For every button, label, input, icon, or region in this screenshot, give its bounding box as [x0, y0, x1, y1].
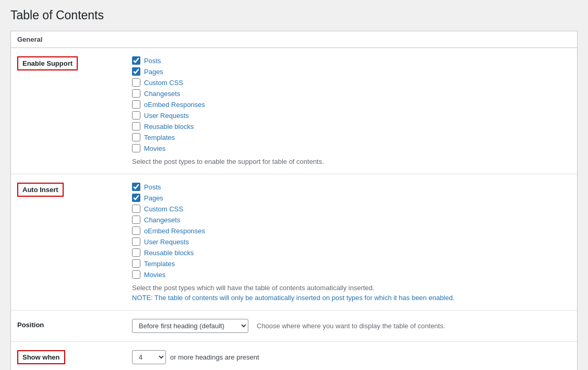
- es_changesets-label: Changesets: [144, 90, 180, 98]
- ai_user_requests-label: User Requests: [144, 238, 189, 246]
- show-when-suffix: or more headings are present: [170, 353, 259, 361]
- list-item: Pages: [132, 194, 571, 202]
- ai_reusable_blocks-label: Reusable blocks: [144, 249, 194, 257]
- auto-insert-value-cell: PostsPagesCustom CSSChangesetsoEmbed Res…: [126, 174, 577, 311]
- list-item: Custom CSS: [132, 205, 571, 213]
- auto-insert-checkbox-list: PostsPagesCustom CSSChangesetsoEmbed Res…: [132, 183, 571, 279]
- enable-support-checkbox-list: PostsPagesCustom CSSChangesetsoEmbed Res…: [132, 56, 571, 152]
- auto-insert-note: NOTE: The table of contents will only be…: [132, 294, 571, 302]
- es_posts-label: Posts: [144, 57, 161, 65]
- list-item: Templates: [132, 133, 571, 141]
- list-item: Movies: [132, 270, 571, 279]
- show-when-control-row: 12345678910 or more headings are present: [132, 350, 571, 364]
- ai_custom_css-label: Custom CSS: [144, 205, 183, 213]
- es_movies-checkbox[interactable]: [132, 144, 140, 152]
- enable-support-label-cell: Enable Support: [11, 48, 126, 174]
- es_changesets-checkbox[interactable]: [132, 89, 140, 98]
- position-control-row: Before first heading (default)After firs…: [132, 319, 571, 333]
- list-item: Pages: [132, 67, 571, 76]
- enable-support-label: Enable Support: [17, 56, 78, 70]
- list-item: Reusable blocks: [132, 122, 571, 130]
- es_oembed-checkbox[interactable]: [132, 100, 140, 109]
- list-item: Custom CSS: [132, 78, 571, 87]
- ai_posts-checkbox[interactable]: [132, 183, 140, 191]
- ai_reusable_blocks-checkbox[interactable]: [132, 248, 140, 257]
- list-item: User Requests: [132, 237, 571, 246]
- ai_custom_css-checkbox[interactable]: [132, 205, 140, 213]
- es_custom_css-label: Custom CSS: [144, 79, 183, 87]
- ai_user_requests-checkbox[interactable]: [132, 237, 140, 246]
- enable-support-row: Enable Support PostsPagesCustom CSSChang…: [11, 48, 577, 174]
- section-header: General: [11, 31, 577, 48]
- ai_changesets-label: Changesets: [144, 216, 180, 224]
- position-value-cell: Before first heading (default)After firs…: [126, 311, 577, 342]
- ai_pages-label: Pages: [144, 194, 163, 202]
- page-wrap: Table of Contents General Enable Support…: [0, 0, 588, 370]
- position-label: Position: [17, 319, 44, 329]
- ai_posts-label: Posts: [144, 183, 161, 191]
- settings-table: Enable Support PostsPagesCustom CSSChang…: [11, 48, 577, 370]
- auto-insert-label-cell: Auto Insert: [11, 174, 126, 311]
- auto-insert-row: Auto Insert PostsPagesCustom CSSChangese…: [11, 174, 577, 311]
- list-item: oEmbed Responses: [132, 100, 571, 109]
- es_reusable_blocks-checkbox[interactable]: [132, 122, 140, 130]
- ai_templates-checkbox[interactable]: [132, 259, 140, 268]
- es_pages-label: Pages: [144, 68, 163, 76]
- position-help: Choose where where you want to display t…: [257, 322, 445, 330]
- list-item: Movies: [132, 144, 571, 152]
- es_oembed-label: oEmbed Responses: [144, 101, 205, 109]
- show-when-label-cell: Show when: [11, 342, 126, 371]
- es_movies-label: Movies: [144, 145, 165, 152]
- ai_movies-checkbox[interactable]: [132, 270, 140, 279]
- show-when-label: Show when: [17, 350, 65, 364]
- show-when-value-cell: 12345678910 or more headings are present: [126, 342, 577, 371]
- position-label-cell: Position: [11, 311, 126, 342]
- ai_templates-label: Templates: [144, 260, 175, 268]
- settings-card: General Enable Support PostsPagesCustom …: [10, 31, 578, 370]
- list-item: Posts: [132, 183, 571, 191]
- list-item: User Requests: [132, 111, 571, 120]
- es_custom_css-checkbox[interactable]: [132, 78, 140, 87]
- ai_changesets-checkbox[interactable]: [132, 216, 140, 224]
- enable-support-value-cell: PostsPagesCustom CSSChangesetsoEmbed Res…: [126, 48, 577, 174]
- list-item: oEmbed Responses: [132, 226, 571, 235]
- show-when-row: Show when 12345678910 or more headings a…: [11, 342, 577, 371]
- ai_movies-label: Movies: [144, 271, 165, 279]
- position-select[interactable]: Before first heading (default)After firs…: [132, 319, 248, 333]
- enable-support-help: Select the post types to enable the supp…: [132, 158, 571, 165]
- es_templates-label: Templates: [144, 134, 175, 141]
- auto-insert-help: Select the post types which will have th…: [132, 284, 571, 292]
- es_templates-checkbox[interactable]: [132, 133, 140, 141]
- list-item: Templates: [132, 259, 571, 268]
- ai_oembed-checkbox[interactable]: [132, 226, 140, 235]
- ai_oembed-label: oEmbed Responses: [144, 227, 205, 235]
- list-item: Posts: [132, 56, 571, 65]
- es_pages-checkbox[interactable]: [132, 67, 140, 76]
- es_user_requests-checkbox[interactable]: [132, 111, 140, 120]
- list-item: Reusable blocks: [132, 248, 571, 257]
- list-item: Changesets: [132, 89, 571, 98]
- show-when-number-select[interactable]: 12345678910: [132, 350, 166, 364]
- es_posts-checkbox[interactable]: [132, 56, 140, 65]
- list-item: Changesets: [132, 216, 571, 224]
- page-title: Table of Contents: [10, 8, 578, 22]
- es_user_requests-label: User Requests: [144, 112, 189, 120]
- auto-insert-label: Auto Insert: [17, 183, 64, 197]
- es_reusable_blocks-label: Reusable blocks: [144, 123, 194, 130]
- position-row: Position Before first heading (default)A…: [11, 311, 577, 342]
- ai_pages-checkbox[interactable]: [132, 194, 140, 202]
